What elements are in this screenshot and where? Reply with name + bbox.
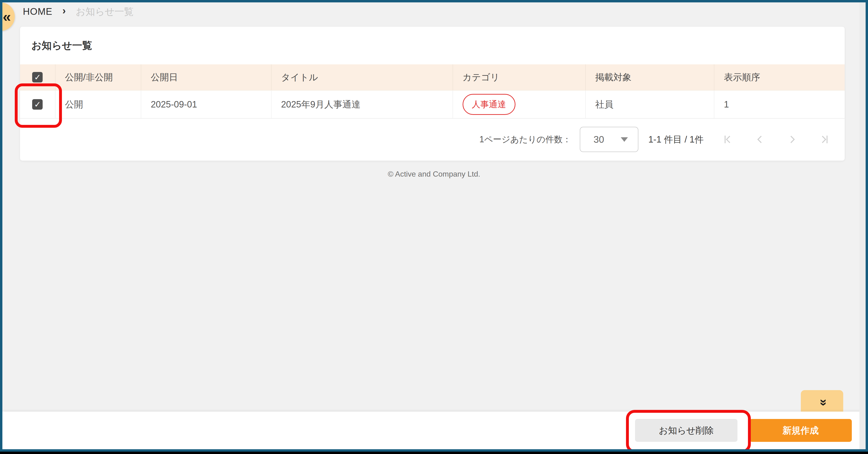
chevron-right-icon: › [62, 5, 66, 17]
cell-publish-status: 公開 [56, 91, 141, 118]
copyright: © Active and Company Ltd. [2, 170, 866, 179]
chevron-left-icon [754, 134, 766, 145]
column-header-audience: 掲載対象 [586, 64, 714, 90]
card-header: お知らせ一覧 [20, 27, 845, 64]
cell-display-order: 1 [714, 91, 845, 118]
checkmark-icon: ✓ [34, 100, 41, 109]
breadcrumb-home[interactable]: HOME [23, 6, 53, 17]
chevron-right-icon [786, 134, 798, 145]
column-header-display-order: 表示順序 [714, 64, 845, 90]
sidebar-expand-button[interactable]: « [0, 2, 15, 31]
action-bar: お知らせ削除 新規作成 [2, 412, 866, 449]
per-page-label: 1ページあたりの件数： [479, 134, 571, 145]
app-frame: HOME › お知らせ一覧 « お知らせ一覧 ✓ [0, 0, 868, 452]
page-range-label: 1-1 件目 / 1件 [648, 133, 704, 146]
row-checkbox[interactable]: ✓ [32, 99, 43, 110]
dropdown-caret-icon [621, 137, 628, 142]
column-header-publish-date: 公開日 [141, 64, 272, 90]
checkmark-icon: ✓ [34, 73, 41, 81]
cell-audience: 社員 [586, 91, 714, 118]
announcement-list-card: お知らせ一覧 ✓ 公開/非公開 公開日 タイトル カテゴリ 掲載対象 表示順序 [20, 27, 845, 161]
page-title: お知らせ一覧 [31, 39, 92, 52]
first-page-button[interactable] [722, 134, 733, 145]
breadcrumb-current: お知らせ一覧 [76, 5, 134, 18]
app-content: HOME › お知らせ一覧 « お知らせ一覧 ✓ [2, 2, 866, 449]
column-header-title: タイトル [272, 64, 453, 90]
table-header-select-cell: ✓ [20, 64, 56, 90]
next-page-button[interactable] [786, 134, 798, 145]
delete-announcement-button[interactable]: お知らせ削除 [635, 419, 738, 442]
cell-title: 2025年9月人事通達 [272, 91, 453, 118]
select-all-checkbox[interactable]: ✓ [32, 72, 43, 83]
column-header-category: カテゴリ [453, 64, 586, 90]
category-badge: 人事通達 [463, 94, 516, 115]
cell-category: 人事通達 [453, 91, 586, 118]
pagination: 1ページあたりの件数： 30 1-1 件目 / 1件 [20, 119, 845, 160]
first-page-icon [722, 134, 733, 145]
table-header-row: ✓ 公開/非公開 公開日 タイトル カテゴリ 掲載対象 表示順序 [20, 64, 845, 91]
table-row[interactable]: ✓ 公開 2025-09-01 2025年9月人事通達 人事通達 社員 1 [20, 91, 845, 119]
previous-page-button[interactable] [754, 134, 766, 145]
last-page-icon [819, 134, 830, 145]
column-header-publish-status: 公開/非公開 [56, 64, 141, 90]
pager-controls [722, 134, 830, 145]
per-page-select[interactable]: 30 [580, 127, 639, 152]
double-chevron-left-icon: « [3, 9, 11, 24]
cell-publish-date: 2025-09-01 [141, 91, 272, 118]
scroll-to-bottom-button[interactable]: « [801, 390, 843, 415]
last-page-button[interactable] [819, 134, 830, 145]
per-page-value: 30 [594, 134, 604, 145]
double-chevron-down-icon: « [815, 399, 829, 406]
breadcrumb: HOME › お知らせ一覧 [23, 4, 134, 19]
create-announcement-button[interactable]: 新規作成 [749, 419, 852, 442]
screenshot-root: HOME › お知らせ一覧 « お知らせ一覧 ✓ [0, 0, 868, 454]
row-select-cell: ✓ [20, 91, 56, 118]
vertical-scrollbar[interactable] [860, 2, 866, 449]
